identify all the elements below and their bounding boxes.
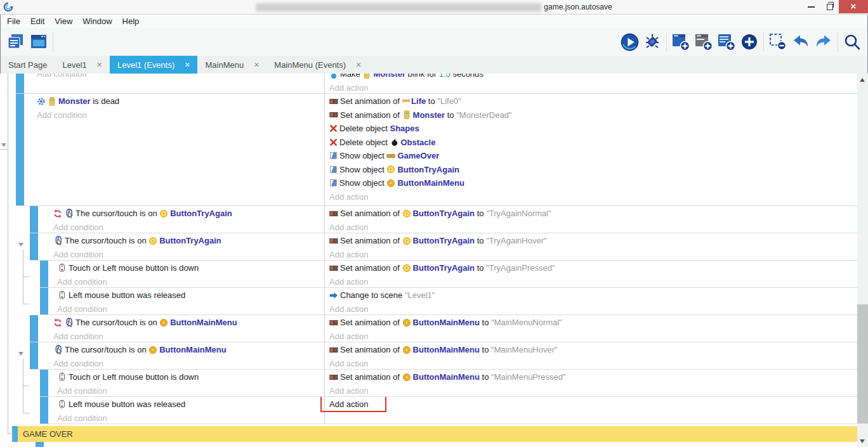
event-row[interactable]: Touch or Left mouse button is downAdd co…: [0, 370, 857, 397]
search-button[interactable]: [841, 30, 864, 54]
tab-level1-events[interactable]: Level1 (Events)×: [110, 56, 198, 74]
close-button[interactable]: ×: [839, 0, 868, 13]
add-subevent-button[interactable]: [692, 30, 715, 54]
add-condition-button[interactable]: Add condition: [57, 411, 324, 425]
event-row[interactable]: The cursor/touch is on ButtonMainMenuAdd…: [0, 315, 857, 342]
add-condition-button[interactable]: Add condition: [57, 384, 324, 398]
action-line[interactable]: Show object GameOver: [329, 149, 857, 163]
conditions-cell[interactable]: The cursor/touch is on ButtonMainMenuAdd…: [0, 315, 324, 342]
tab-start-page[interactable]: Start Page: [1, 56, 55, 74]
title-bar[interactable]: game.json.autosave ×: [0, 0, 868, 15]
add-condition-button[interactable]: Add condition: [53, 330, 324, 343]
menu-window[interactable]: Window: [77, 16, 117, 26]
add-event-button[interactable]: [669, 30, 692, 54]
event-row[interactable]: The cursor/touch is on ButtonTryAgainAdd…: [0, 233, 857, 261]
actions-cell[interactable]: Set animation of ButtonMainMenu to "Main…: [324, 315, 857, 342]
action-line[interactable]: Change to scene "Level1": [329, 288, 857, 302]
actions-cell[interactable]: Change to scene "Level1"Add action: [324, 288, 857, 315]
restore-button[interactable]: [820, 0, 839, 13]
condition-line[interactable]: Left mouse button was released: [57, 398, 324, 411]
scroll-down-icon[interactable]: [860, 439, 865, 443]
add-action-button[interactable]: Add action: [329, 81, 857, 94]
event-row[interactable]: Add conditionMake Monster blink for 1.5 …: [0, 74, 857, 94]
redo-button[interactable]: [812, 30, 835, 54]
menu-file[interactable]: File: [2, 16, 25, 26]
comment-event[interactable]: GAME OVER: [0, 426, 857, 442]
conditions-cell[interactable]: The cursor/touch is on ButtonTryAgainAdd…: [0, 233, 324, 261]
actions-cell[interactable]: Set animation of ♥♥♥Life to "Life0"Set a…: [324, 94, 857, 206]
conditions-cell[interactable]: Add condition: [0, 74, 324, 94]
add-action-button[interactable]: Add action: [329, 330, 857, 343]
debug-button[interactable]: [641, 30, 664, 54]
preview-button[interactable]: [618, 30, 641, 54]
action-line[interactable]: Show object ButtonTryAgain: [329, 163, 857, 177]
scene-editor-button[interactable]: [27, 30, 50, 54]
conditions-cell[interactable]: Left mouse button was releasedAdd condit…: [0, 397, 324, 424]
add-condition-button[interactable]: Add condition: [57, 275, 324, 288]
conditions-cell[interactable]: The cursor/touch is on ButtonMainMenuAdd…: [0, 342, 324, 370]
add-condition-button[interactable]: Add condition: [53, 357, 324, 370]
action-line[interactable]: Set animation of ButtonTryAgain to "TryA…: [329, 234, 857, 248]
condition-line[interactable]: The cursor/touch is on ButtonTryAgain: [53, 234, 324, 248]
conditions-cell[interactable]: Left mouse button was releasedAdd condit…: [0, 288, 324, 315]
minimize-button[interactable]: [802, 0, 820, 13]
actions-cell[interactable]: Add action: [324, 397, 857, 424]
action-line[interactable]: Add action: [329, 398, 857, 411]
project-manager-button[interactable]: [4, 30, 27, 54]
add-new-button[interactable]: [738, 30, 761, 54]
condition-line[interactable]: Touch or Left mouse button is down: [57, 370, 324, 384]
close-tab-icon[interactable]: ×: [185, 60, 190, 69]
conditions-cell[interactable]: Monster is deadAdd condition: [0, 94, 324, 206]
events-sheet[interactable]: Add conditionMake Monster blink for 1.5 …: [0, 74, 868, 447]
add-condition-button[interactable]: Add condition: [53, 248, 324, 261]
menu-view[interactable]: View: [49, 16, 77, 26]
action-line[interactable]: Show object ButtonMainMenu: [329, 176, 857, 190]
conditions-cell[interactable]: Touch or Left mouse button is downAdd co…: [0, 370, 324, 397]
close-tab-icon[interactable]: ×: [254, 60, 259, 69]
actions-cell[interactable]: Set animation of ButtonMainMenu to "Main…: [324, 370, 857, 397]
add-condition-button[interactable]: Add condition: [57, 302, 324, 316]
add-action-button[interactable]: Add action: [329, 302, 857, 316]
event-row[interactable]: Left mouse button was releasedAdd condit…: [0, 288, 857, 315]
add-comment-button[interactable]: [715, 30, 738, 54]
action-line[interactable]: Delete object Shapes: [329, 122, 857, 136]
action-line[interactable]: Delete object Obstacle: [329, 136, 857, 150]
action-line[interactable]: Set animation of ButtonTryAgain to "TryA…: [329, 261, 857, 275]
close-tab-icon[interactable]: ×: [356, 60, 361, 69]
event-row[interactable]: The cursor/touch is on ButtonMainMenuAdd…: [0, 342, 857, 370]
add-action-button[interactable]: Add action: [329, 248, 857, 261]
actions-cell[interactable]: Set animation of ButtonTryAgain to "TryA…: [324, 233, 857, 261]
add-action-button[interactable]: Add action: [329, 357, 857, 370]
vertical-scrollbar[interactable]: [857, 74, 868, 447]
remove-selection-button[interactable]: [766, 30, 789, 54]
add-condition-button[interactable]: Add condition: [37, 108, 324, 122]
condition-line[interactable]: Monster is dead: [37, 94, 324, 108]
event-row[interactable]: Monster is deadAdd conditionSet animatio…: [0, 94, 857, 206]
actions-cell[interactable]: Set animation of ButtonTryAgain to "TryA…: [324, 261, 857, 288]
event-row[interactable]: Left mouse button was releasedAdd condit…: [0, 397, 857, 424]
condition-line[interactable]: The cursor/touch is on ButtonTryAgain: [53, 207, 324, 221]
add-action-button[interactable]: Add action: [329, 384, 857, 398]
action-line[interactable]: Set animation of ButtonMainMenu to "Main…: [329, 343, 857, 357]
action-line[interactable]: Make Monster blink for 1.5 seconds: [329, 74, 857, 81]
action-line[interactable]: Set animation of ButtonMainMenu to "Main…: [329, 316, 857, 330]
tab-mainmenu-events[interactable]: MainMenu (Events)×: [266, 56, 369, 74]
scrollbar-thumb[interactable]: [857, 304, 868, 424]
scroll-up-icon[interactable]: [860, 78, 865, 82]
condition-line[interactable]: Left mouse button was released: [57, 288, 324, 302]
add-action-button[interactable]: Add action: [329, 190, 857, 204]
action-line[interactable]: Set animation of ButtonTryAgain to "TryA…: [329, 207, 857, 221]
menu-help[interactable]: Help: [117, 16, 145, 26]
condition-line[interactable]: The cursor/touch is on ButtonMainMenu: [53, 343, 324, 357]
tab-mainmenu[interactable]: MainMenu×: [197, 56, 266, 74]
add-action-button[interactable]: Add action: [329, 275, 857, 288]
add-condition-button[interactable]: Add condition: [53, 221, 324, 234]
event-row[interactable]: Touch or Left mouse button is downAdd co…: [0, 261, 857, 288]
conditions-cell[interactable]: Touch or Left mouse button is downAdd co…: [0, 261, 324, 288]
action-line[interactable]: Set animation of ButtonMainMenu to "Main…: [329, 370, 857, 384]
actions-cell[interactable]: Set animation of ButtonMainMenu to "Main…: [324, 342, 857, 370]
menu-edit[interactable]: Edit: [25, 16, 49, 26]
condition-line[interactable]: Touch or Left mouse button is down: [57, 261, 324, 275]
conditions-cell[interactable]: The cursor/touch is on ButtonTryAgainAdd…: [0, 206, 324, 233]
tab-level1[interactable]: Level1×: [55, 56, 110, 74]
